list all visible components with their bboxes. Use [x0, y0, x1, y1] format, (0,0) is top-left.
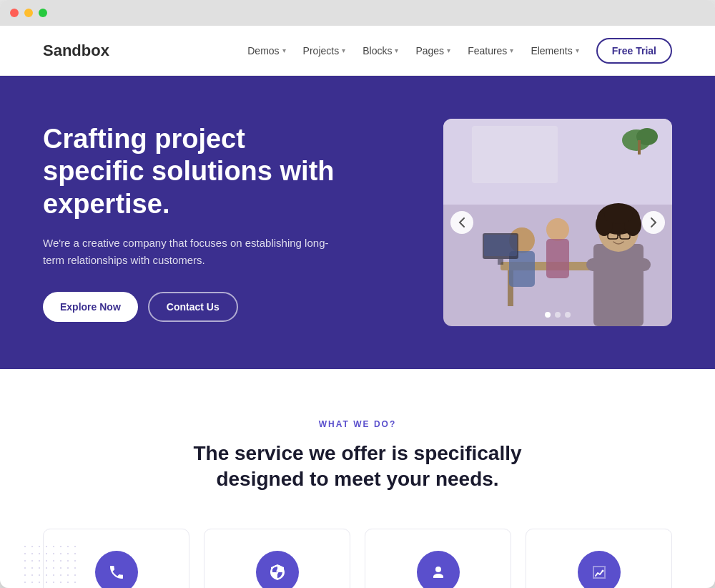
nav-item-demos[interactable]: Demos ▾: [247, 45, 285, 57]
navbar: Sandbox Demos ▾ Projects ▾ Blocks ▾ Page…: [0, 26, 715, 76]
minimize-button[interactable]: [24, 9, 33, 17]
office-scene-svg: [443, 119, 672, 326]
service-card-updates: Daily Updates Nulla vitae elit libero, a…: [365, 529, 511, 588]
decorative-dot-grid: [21, 543, 79, 588]
updates-icon: [417, 551, 460, 588]
nav-item-pages[interactable]: Pages ▾: [415, 45, 450, 57]
support-icon: [95, 551, 138, 588]
chevron-down-icon: ▾: [395, 46, 398, 54]
chevron-down-icon: ▾: [342, 46, 345, 54]
service-card-payments: Secure Payments Nulla vitae elit libero,…: [204, 529, 350, 588]
svg-rect-5: [638, 140, 641, 155]
hero-section: Crafting project specific solutions with…: [0, 76, 715, 369]
carousel-prev-button[interactable]: [450, 211, 473, 234]
payments-icon: [256, 551, 299, 588]
svg-rect-25: [498, 259, 503, 265]
carousel-dot-1[interactable]: [545, 312, 551, 318]
chevron-down-icon: ▾: [447, 46, 450, 54]
svg-rect-24: [484, 235, 517, 256]
section-title: The service we offer is specifically des…: [172, 441, 543, 493]
carousel-dot-3[interactable]: [565, 312, 571, 318]
service-card-research: Market Research Nulla vitae elit libero,…: [526, 529, 672, 588]
svg-point-26: [435, 567, 441, 572]
svg-rect-2: [472, 126, 558, 183]
hero-title: Crafting project specific solutions with…: [43, 123, 343, 221]
free-trial-button[interactable]: Free Trial: [596, 38, 672, 64]
nav-item-elements[interactable]: Elements ▾: [531, 45, 578, 57]
services-grid: 24/7 Support Nulla vitae elit libero, a …: [43, 529, 672, 588]
nav-item-blocks[interactable]: Blocks ▾: [363, 45, 398, 57]
chevron-down-icon: ▾: [510, 46, 513, 54]
nav-links: Demos ▾ Projects ▾ Blocks ▾ Pages ▾ Feat…: [247, 38, 672, 64]
logo[interactable]: Sandbox: [43, 41, 109, 60]
nav-item-projects[interactable]: Projects ▾: [303, 45, 346, 57]
carousel-next-button[interactable]: [642, 211, 665, 234]
contact-us-button[interactable]: Contact Us: [148, 292, 238, 322]
close-button[interactable]: [10, 9, 19, 17]
svg-point-19: [604, 207, 633, 224]
nav-item-features[interactable]: Features ▾: [468, 45, 513, 57]
services-section: WHAT WE DO? The service we offer is spec…: [0, 369, 715, 588]
site-content: Sandbox Demos ▾ Projects ▾ Blocks ▾ Page…: [0, 26, 715, 588]
title-bar: [0, 0, 715, 26]
hero-buttons: Explore Now Contact Us: [43, 292, 343, 322]
hero-subtitle: We're a creative company that focuses on…: [43, 235, 343, 269]
svg-rect-13: [593, 244, 644, 326]
carousel-photo: [443, 119, 672, 326]
chevron-down-icon: ▾: [282, 46, 286, 54]
maximize-button[interactable]: [39, 9, 47, 17]
hero-content: Crafting project specific solutions with…: [43, 123, 343, 323]
svg-point-27: [601, 569, 603, 572]
carousel-dots: [545, 312, 571, 318]
hero-carousel: [443, 119, 672, 326]
nav-item-cta[interactable]: Free Trial: [596, 38, 672, 64]
svg-rect-14: [586, 258, 651, 271]
section-eyebrow: WHAT WE DO?: [43, 419, 672, 429]
research-icon: [578, 551, 621, 588]
explore-now-button[interactable]: Explore Now: [43, 292, 138, 322]
carousel-dot-2[interactable]: [555, 312, 561, 318]
browser-window: Sandbox Demos ▾ Projects ▾ Blocks ▾ Page…: [0, 0, 715, 588]
svg-rect-12: [546, 239, 569, 278]
svg-point-11: [546, 218, 569, 241]
chevron-down-icon: ▾: [576, 46, 579, 54]
